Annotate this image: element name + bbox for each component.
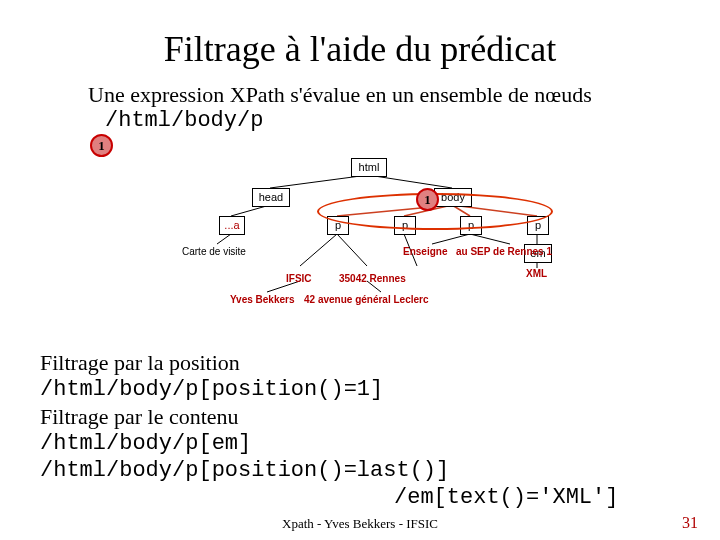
intro-text: Une expression XPath s'évalue en un ense… <box>88 82 592 108</box>
filter-by-content-expr-2: /html/body/p[position()=last()] <box>40 458 449 483</box>
leaf-xml: XML <box>526 268 547 279</box>
node-p1: p <box>327 216 349 235</box>
leaf-sep: au SEP de Rennes 1 <box>456 246 552 257</box>
node-body: body <box>434 188 472 207</box>
node-html: html <box>351 158 387 177</box>
leaf-carte: Carte de visite <box>182 246 246 257</box>
filter-by-position-label: Filtrage par la position <box>40 350 240 376</box>
slide: Filtrage à l'aide du prédicat Une expres… <box>0 0 720 540</box>
svg-line-13 <box>470 234 510 244</box>
node-p2: p <box>394 216 416 235</box>
svg-line-10 <box>337 234 367 266</box>
leaf-addr: 42 avenue général Leclerc <box>304 294 429 305</box>
page-number: 31 <box>682 514 698 532</box>
node-p4: p <box>527 216 549 235</box>
filter-by-content-expr-1: /html/body/p[em] <box>40 431 251 456</box>
node-head: head <box>252 188 290 207</box>
filter-by-content-label: Filtrage par le contenu <box>40 404 239 430</box>
leaf-enseigne: Enseigne <box>403 246 447 257</box>
svg-line-8 <box>217 234 231 244</box>
callout-badge-2: 1 <box>416 188 439 211</box>
svg-line-9 <box>300 234 337 266</box>
xpath-expression: /html/body/p <box>105 108 263 133</box>
filter-by-content-expr-3: /em[text()='XML'] <box>394 485 618 510</box>
filter-by-position-expr: /html/body/p[position()=1] <box>40 377 383 402</box>
dom-tree-diagram: html head body ...a p p p p em Carte de … <box>170 158 552 310</box>
slide-footer: Xpath - Yves Bekkers - IFSIC <box>0 516 720 532</box>
leaf-ifsic: IFSIC <box>286 273 312 284</box>
callout-badge-1: 1 <box>90 134 113 157</box>
node-p3: p <box>460 216 482 235</box>
slide-title: Filtrage à l'aide du prédicat <box>0 28 720 70</box>
svg-line-12 <box>432 234 470 244</box>
leaf-yves: Yves Bekkers <box>230 294 295 305</box>
node-head-child: ...a <box>219 216 245 235</box>
leaf-cp: 35042 Rennes <box>339 273 406 284</box>
